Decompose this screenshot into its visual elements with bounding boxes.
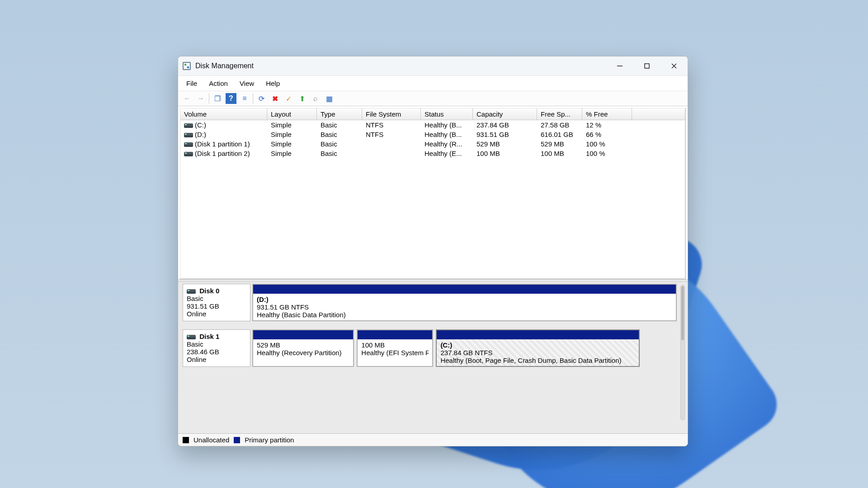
legend: Unallocated Primary partition <box>178 433 688 446</box>
content-area: Volume Layout Type File System Status Ca… <box>178 106 688 446</box>
volume-free: 27.58 GB <box>537 121 582 129</box>
volume-free: 529 MB <box>537 140 582 148</box>
forward-icon: → <box>195 93 206 104</box>
menu-help[interactable]: Help <box>260 78 285 89</box>
col-capacity[interactable]: Capacity <box>473 108 537 120</box>
disk-type: Basic <box>187 340 246 348</box>
disk-state: Online <box>187 356 246 363</box>
refresh-icon[interactable]: ⟳ <box>256 93 267 104</box>
volume-type: Basic <box>317 149 362 158</box>
disk-label[interactable]: Disk 1Basic238.46 GBOnline <box>183 329 250 367</box>
volume-capacity: 931.51 GB <box>473 130 537 139</box>
properties-icon[interactable]: ❐ <box>212 93 223 104</box>
volume-status: Healthy (E... <box>421 149 473 158</box>
volume-fs <box>362 149 421 158</box>
partition-header-bar <box>253 285 676 294</box>
disk-row: Disk 1Basic238.46 GBOnline529 MBHealthy … <box>183 329 677 367</box>
partition-status: Healthy (Basic Data Partition) <box>257 311 672 319</box>
close-button[interactable] <box>660 56 688 75</box>
volume-pct: 100 % <box>582 149 632 158</box>
partition-size: 100 MB <box>361 341 429 349</box>
minimize-button[interactable] <box>606 56 633 75</box>
help-icon[interactable]: ? <box>226 93 236 104</box>
volume-type: Basic <box>317 140 362 148</box>
partition[interactable]: 100 MBHealthy (EFI System Partition) <box>357 329 433 367</box>
menu-view[interactable]: View <box>234 78 259 89</box>
volume-name: (Disk 1 partition 2) <box>195 150 250 157</box>
disk-icon <box>187 289 196 294</box>
disk-name: Disk 0 <box>199 287 219 295</box>
disk-label[interactable]: Disk 0Basic931.51 GBOnline <box>183 284 250 321</box>
partition-label: (C:) <box>440 341 635 349</box>
partition-size: 931.51 GB NTFS <box>257 303 672 311</box>
volume-layout: Simple <box>267 140 317 148</box>
window-title: Disk Management <box>195 62 254 70</box>
disk-icon <box>187 335 196 339</box>
volume-fs <box>362 140 421 148</box>
toolbar-separator <box>253 93 253 104</box>
titlebar-left: Disk Management <box>183 62 254 70</box>
maximize-button[interactable] <box>633 56 660 75</box>
delete-icon[interactable]: ✖ <box>269 93 280 104</box>
volume-status: Healthy (B... <box>421 121 473 129</box>
col-free[interactable]: Free Sp... <box>537 108 582 120</box>
volume-row[interactable]: (D:)SimpleBasicNTFSHealthy (B...931.51 G… <box>180 130 685 139</box>
disk-type: Basic <box>187 295 246 302</box>
back-icon: ← <box>182 93 193 104</box>
volume-status: Healthy (R... <box>421 140 473 148</box>
legend-unallocated-swatch <box>183 437 189 443</box>
titlebar: Disk Management <box>178 56 688 75</box>
explore-icon[interactable]: ⌕ <box>310 93 321 104</box>
col-filesystem[interactable]: File System <box>362 108 421 120</box>
volume-icon <box>184 123 193 128</box>
col-type[interactable]: Type <box>317 108 362 120</box>
menu-action[interactable]: Action <box>203 78 233 89</box>
volume-free: 616.01 GB <box>537 130 582 139</box>
col-layout[interactable]: Layout <box>267 108 317 120</box>
disk-row: Disk 0Basic931.51 GBOnline(D:)931.51 GB … <box>183 284 677 321</box>
disk-name: Disk 1 <box>199 333 219 340</box>
partition-status: Healthy (EFI System Partition) <box>361 349 429 357</box>
col-status[interactable]: Status <box>421 108 473 120</box>
col-pctfree[interactable]: % Free <box>582 108 632 120</box>
show-list-icon[interactable]: ≡ <box>239 93 250 104</box>
check-icon[interactable]: ✓ <box>283 93 294 104</box>
partitions-container: (D:)931.51 GB NTFSHealthy (Basic Data Pa… <box>252 284 677 321</box>
svg-rect-1 <box>645 64 649 68</box>
volume-name: (C:) <box>195 121 206 129</box>
window-controls <box>606 56 688 75</box>
scrollbar-thumb-icon[interactable] <box>681 286 684 340</box>
toolbar: ← → ❐ ? ≡ ⟳ ✖ ✓ ⬆ ⌕ ▦ <box>178 91 688 106</box>
app-icon <box>183 62 191 70</box>
volume-fs: NTFS <box>362 130 421 139</box>
volume-capacity: 100 MB <box>473 149 537 158</box>
volume-name: (Disk 1 partition 1) <box>195 140 250 148</box>
partition[interactable]: (C:)237.84 GB NTFSHealthy (Boot, Page Fi… <box>436 329 640 367</box>
volume-row[interactable]: (Disk 1 partition 1)SimpleBasicHealthy (… <box>180 139 685 149</box>
partition[interactable]: (D:)931.51 GB NTFSHealthy (Basic Data Pa… <box>252 284 677 321</box>
volume-layout: Simple <box>267 121 317 129</box>
disk-size: 931.51 GB <box>187 302 246 310</box>
volume-table-header: Volume Layout Type File System Status Ca… <box>180 108 685 120</box>
col-volume[interactable]: Volume <box>180 108 267 120</box>
volume-icon <box>184 142 193 147</box>
partition[interactable]: 529 MBHealthy (Recovery Partition) <box>252 329 354 367</box>
partition-status: Healthy (Boot, Page File, Crash Dump, Ba… <box>440 357 635 364</box>
menu-file[interactable]: File <box>181 78 203 89</box>
volume-row[interactable]: (C:)SimpleBasicNTFSHealthy (B...237.84 G… <box>180 120 685 130</box>
volume-pct: 100 % <box>582 140 632 148</box>
graphical-scrollbar[interactable] <box>680 285 685 420</box>
volume-fs: NTFS <box>362 121 421 129</box>
disk-state: Online <box>187 310 246 318</box>
new-partition-icon[interactable]: ⬆ <box>297 93 307 104</box>
volume-row[interactable]: (Disk 1 partition 2)SimpleBasicHealthy (… <box>180 149 685 158</box>
graphical-view-panel: Disk 0Basic931.51 GBOnline(D:)931.51 GB … <box>178 282 688 433</box>
col-spacer <box>632 108 685 120</box>
volume-icon <box>184 152 193 156</box>
volume-icon <box>184 133 193 137</box>
volume-status: Healthy (B... <box>421 130 473 139</box>
legend-primary-swatch <box>234 437 240 443</box>
volume-pct: 66 % <box>582 130 632 139</box>
partition-size: 237.84 GB NTFS <box>440 349 635 357</box>
view-settings-icon[interactable]: ▦ <box>324 93 335 104</box>
